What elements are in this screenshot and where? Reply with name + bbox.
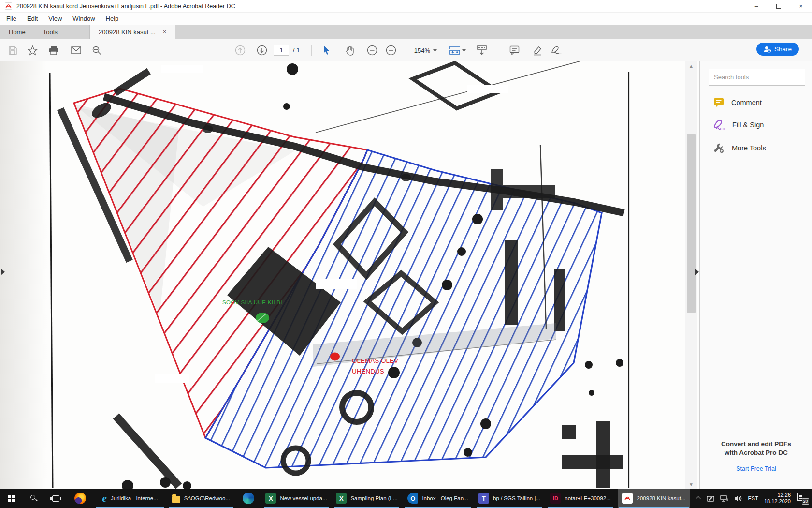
menu-edit[interactable]: Edit [23,14,42,24]
star-favorites-icon[interactable] [26,44,39,57]
menu-file[interactable]: File [2,14,21,24]
tool-comment-label: Comment [731,99,762,106]
previous-page-icon[interactable] [234,44,246,57]
tab-home[interactable]: Home [0,25,34,39]
taskbar-teams[interactable]: T bp / SGS Tallinn |... [476,489,543,508]
menu-view[interactable]: View [44,14,66,24]
excel-icon: X [265,493,276,504]
acrobat-icon [622,493,633,504]
taskbar-item-label: bp / SGS Tallinn |... [493,495,540,501]
start-button[interactable] [4,489,19,508]
highlight-tool-icon[interactable] [531,44,544,57]
menu-window[interactable]: Window [68,14,99,24]
acrobat-window: 200928 KIN kasut kord Jerosenkova+Fandju… [0,0,812,508]
save-icon[interactable] [6,44,19,57]
hand-tool-icon[interactable] [344,44,356,57]
scroll-down-icon[interactable]: ▼ [685,480,697,489]
taskbar-item-label: Sampling Plan (L... [350,495,397,501]
scrollbar-thumb[interactable] [687,134,696,313]
scroll-up-icon[interactable]: ▲ [685,61,697,70]
select-tool-icon[interactable] [320,44,333,57]
share-button[interactable]: Share [756,43,799,56]
taskbar-explorer-folder[interactable]: S:\OGC\Redwoo... [168,489,234,508]
close-button[interactable]: × [790,0,812,13]
volume-icon[interactable] [734,495,742,502]
red-note-line2: UHENDUS [352,368,384,375]
fit-width-chevron-icon[interactable] [462,49,466,52]
comment-icon [713,98,724,108]
taskbar-item-label: 200928 KIN kasut... [637,495,685,501]
window-title: 200928 KIN kasut kord Jerosenkova+Fandju… [16,3,235,10]
tray-expand-icon[interactable] [695,496,700,502]
taskbar-item-label: notar+LE+30092... [565,495,610,501]
pen-input-icon[interactable] [707,495,714,502]
tool-fill-sign-label: Fill & Sign [732,121,764,129]
acrobat-pro-promo: Convert and edit PDFs with Acrobat Pro D… [700,426,812,489]
fit-width-icon[interactable] [449,44,461,57]
menu-help[interactable]: Help [102,14,123,24]
green-note-text: SOOV SIIA UUE KILBI [222,299,282,305]
internet-explorer-icon: e [102,492,107,505]
taskbar-item-label: New vessel upda... [280,495,327,501]
find-icon[interactable] [90,44,103,57]
tray-date: 18.12.2020 [764,498,791,505]
tab-close-icon[interactable]: × [163,29,166,35]
taskbar-item-label: Juriidika - Interne... [111,495,158,501]
tool-comment[interactable]: Comment [713,97,808,108]
zoom-level-value: 154% [414,47,430,54]
action-center-button[interactable]: 20 [797,493,808,504]
taskbar-excel-sampling-plan[interactable]: X Sampling Plan (L... [334,489,400,508]
tab-tools[interactable]: Tools [34,25,66,39]
taskbar-clock[interactable]: 12:26 18.12.2020 [764,492,791,505]
taskbar-search-button[interactable] [27,489,41,508]
windows-logo-icon [8,495,15,502]
red-note-line1: OLEMAS OLEV [352,357,398,364]
email-icon[interactable] [70,44,82,57]
tool-more-tools[interactable]: More Tools [713,142,808,154]
right-pane-toggle[interactable] [695,269,699,275]
comment-tool-icon[interactable] [508,44,521,57]
page-number-input[interactable]: 1 [274,45,289,56]
print-icon[interactable] [47,44,60,57]
taskbar-outlook[interactable]: O Inbox - Oleg.Fan... [404,489,472,508]
input-language-indicator[interactable]: EST [748,495,758,501]
pdf-page[interactable]: SOOV SIIA UUE KILBI OLEMAS OLEV UHENDUS … [0,61,699,489]
zoom-out-icon[interactable] [366,44,378,57]
add-person-icon [764,46,771,53]
zoom-level-dropdown[interactable]: 154% [407,45,439,56]
title-bar: 200928 KIN kasut kord Jerosenkova+Fandju… [0,0,812,13]
network-icon[interactable] [720,495,728,502]
fill-sign-tool-icon[interactable] [550,44,563,57]
taskbar-firefox[interactable] [71,489,90,508]
taskbar-indesign-notar[interactable]: iD notar+LE+30092... [547,489,614,508]
restore-icon [776,4,781,9]
outlook-icon: O [407,493,418,504]
page-scrolling-icon[interactable] [476,44,488,57]
tool-more-tools-label: More Tools [732,144,766,152]
taskbar-acrobat-active[interactable]: 200928 KIN kasut... [618,489,690,508]
next-page-icon[interactable] [256,44,268,57]
minimize-button[interactable]: – [745,0,768,13]
zoom-in-icon[interactable] [385,44,397,57]
teams-icon: T [478,493,489,504]
task-view-button[interactable] [48,489,63,508]
restore-button[interactable] [768,0,790,13]
tool-fill-sign[interactable]: Fill & Sign [713,119,808,131]
chevron-down-icon [433,49,437,52]
search-tools-input[interactable] [709,69,805,86]
notification-badge: 20 [802,498,809,505]
taskbar-ie-juriidika[interactable]: e Juriidika - Interne... [95,489,165,508]
scan-left-edge [0,61,47,489]
tray-time: 12:26 [764,492,791,498]
page-total-label: / 1 [293,46,300,54]
taskbar-edge[interactable] [239,489,258,508]
tab-document[interactable]: 200928 KIN kasut ... × [89,25,175,39]
site-plan-map: SOOV SIIA UUE KILBI OLEMAS OLEV UHENDUS [0,61,699,489]
left-pane-toggle[interactable] [1,269,5,275]
start-free-trial-link[interactable]: Start Free Trial [736,465,776,472]
edge-icon [243,493,254,504]
tab-bar: Home Tools 200928 KIN kasut ... × [0,25,812,39]
indesign-icon: iD [550,493,561,504]
promo-line2: with Acrobat Pro DC [700,448,812,457]
taskbar-excel-new-vessel[interactable]: X New vessel upda... [263,489,330,508]
